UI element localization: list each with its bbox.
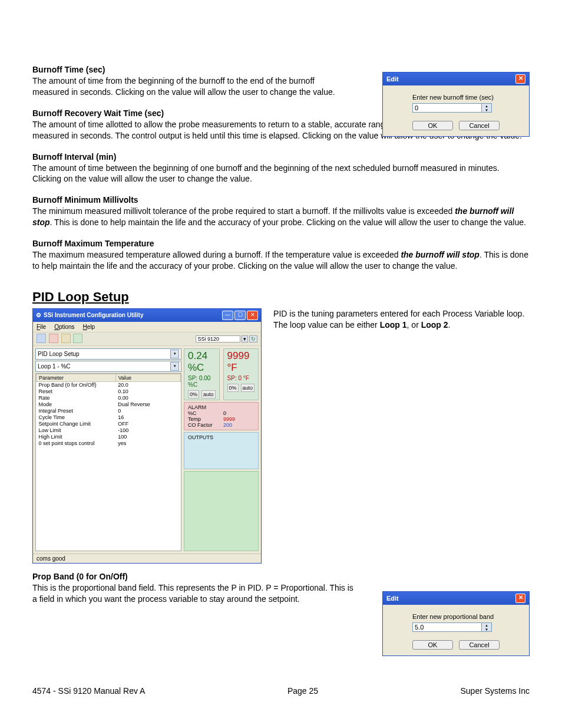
toolbar-icon[interactable]: [61, 334, 71, 343]
dialog-titlebar: Edit ✕: [383, 73, 529, 85]
edit-dialog-prop-band: Edit ✕ Enter new proportional band ▲▼ OK…: [382, 591, 530, 656]
heading-pid-loop-setup: PID Loop Setup: [32, 289, 530, 305]
minimize-icon[interactable]: —: [222, 311, 233, 320]
table-row[interactable]: Rate0.00: [37, 395, 181, 401]
alarm-panel: ALARM %C0 Temp9999 CO Factor200: [184, 402, 259, 430]
pv-temp-setpoint: SP: 0 °F: [227, 375, 255, 381]
dialog-body: Enter new proportional band ▲▼ OK Cancel: [383, 605, 529, 655]
dialog-title: Edit: [386, 595, 399, 602]
refresh-icon[interactable]: ↻: [249, 335, 257, 342]
table-row[interactable]: Low Limit-100: [37, 427, 181, 434]
app-icon: ⚙: [36, 312, 41, 318]
chevron-down-icon[interactable]: ▼: [482, 627, 491, 631]
spinner[interactable]: ▲▼: [482, 622, 492, 632]
footer-center: Page 25: [287, 686, 318, 696]
heading-prop-band: Prop Band (0 for On/Off): [32, 572, 356, 581]
close-icon[interactable]: ✕: [247, 311, 258, 320]
ok-button[interactable]: OK: [412, 640, 453, 650]
chevron-down-icon[interactable]: ▾: [170, 350, 179, 358]
text-burnoff-time: The amount of time from the beginning of…: [32, 75, 351, 98]
toolbar-icon[interactable]: [37, 334, 46, 343]
outputs-panel: OUTPUTS: [184, 432, 259, 469]
dialog-body: Enter new burnoff time (sec) ▲▼ OK Cance…: [383, 85, 529, 136]
table-row[interactable]: ModeDual Reverse: [37, 401, 181, 408]
menu-help[interactable]: Help: [83, 324, 95, 330]
events-panel: [184, 471, 259, 551]
spinner[interactable]: ▲▼: [482, 103, 492, 113]
chevron-down-icon[interactable]: ▾: [242, 335, 248, 342]
pv-mode[interactable]: auto: [241, 384, 255, 392]
status-bar: coms good: [33, 554, 261, 563]
text-burnoff-min-mv: The minimum measured millivolt tolerance…: [32, 206, 530, 228]
menu-options[interactable]: Options: [54, 324, 74, 330]
heading-burnoff-max-temp: Burnoff Maximum Temperature: [32, 239, 530, 248]
table-row[interactable]: High Limit100: [37, 434, 181, 440]
window-title: SSi Instrument Configuration Utility: [44, 312, 143, 318]
pv-output-percent[interactable]: 0%: [227, 384, 239, 392]
window-titlebar: ⚙ SSi Instrument Configuration Utility —…: [33, 309, 261, 322]
close-icon[interactable]: ✕: [515, 594, 525, 603]
dialog-title: Edit: [386, 75, 399, 83]
menubar: File Options Help: [33, 322, 261, 332]
pv-mode[interactable]: auto: [201, 390, 216, 398]
pv-carbon-setpoint: SP: 0.00 %C: [188, 375, 216, 388]
table-row[interactable]: Integral Preset0: [37, 408, 181, 414]
heading-burnoff-min-mv: Burnoff Minimum Millivolts: [32, 195, 530, 205]
dialog-label: Enter new proportional band: [412, 613, 500, 620]
dialog-titlebar: Edit ✕: [383, 592, 529, 605]
table-row[interactable]: Cycle Time16: [37, 414, 181, 421]
pid-description: PID is the tuning parameters entered for…: [273, 308, 530, 331]
chevron-down-icon[interactable]: ▾: [170, 362, 179, 371]
menu-file[interactable]: File: [37, 324, 46, 330]
prop-band-input[interactable]: [412, 622, 482, 632]
model-select[interactable]: SSi 9120: [196, 335, 241, 342]
ok-button[interactable]: OK: [412, 121, 453, 130]
cancel-button[interactable]: Cancel: [459, 121, 500, 130]
col-parameter: Parameter: [37, 374, 116, 381]
text-burnoff-interval: The amount of time between the beginning…: [32, 163, 530, 185]
table-row[interactable]: Setpoint Change LimitOFF: [37, 421, 181, 427]
alarm-heading: ALARM: [188, 404, 254, 410]
pv-carbon-panel: 0.24 %C SP: 0.00 %C 0% auto: [184, 348, 220, 400]
table-row[interactable]: Prop Band (0 for On/Off)20.0: [37, 381, 181, 388]
pv-temp-value: 9999 °F: [227, 350, 255, 374]
toolbar: SSi 9120 ▾ ↻: [33, 332, 261, 346]
edit-dialog-burnoff-time: Edit ✕ Enter new burnoff time (sec) ▲▼ O…: [382, 72, 530, 137]
maximize-icon[interactable]: ☐: [234, 311, 246, 320]
chevron-down-icon[interactable]: ▼: [482, 108, 491, 112]
pv-output-percent[interactable]: 0%: [188, 390, 199, 398]
table-row[interactable]: 0 set point stops controlyes: [37, 440, 181, 447]
loop-select[interactable]: Loop 1 - %C ▾: [35, 361, 181, 372]
pv-carbon-value: 0.24 %C: [188, 350, 216, 374]
footer-left: 4574 - SSi 9120 Manual Rev A: [32, 686, 145, 696]
dialog-label: Enter new burnoff time (sec): [412, 94, 500, 101]
close-icon[interactable]: ✕: [515, 74, 525, 84]
chevron-up-icon[interactable]: ▲: [482, 623, 491, 627]
col-value: Value: [115, 374, 180, 381]
toolbar-icon[interactable]: [73, 334, 82, 343]
table-row[interactable]: Reset0.10: [37, 388, 181, 395]
document-page: Edit ✕ Enter new burnoff time (sec) ▲▼ O…: [0, 0, 562, 728]
burnoff-time-input[interactable]: [412, 103, 482, 113]
page-footer: 4574 - SSi 9120 Manual Rev A Page 25 Sup…: [32, 686, 530, 696]
footer-right: Super Systems Inc: [460, 686, 530, 696]
toolbar-icon[interactable]: [49, 334, 58, 343]
outputs-heading: OUTPUTS: [188, 434, 254, 440]
text-prop-band: This is the proportional band field. Thi…: [32, 582, 356, 605]
heading-burnoff-interval: Burnoff Interval (min): [32, 152, 530, 162]
config-utility-window: ⚙ SSi Instrument Configuration Utility —…: [32, 308, 262, 564]
pv-temp-panel: 9999 °F SP: 0 °F 0% auto: [223, 348, 259, 400]
setup-select[interactable]: PID Loop Setup ▾: [35, 348, 181, 360]
chevron-up-icon[interactable]: ▲: [482, 104, 491, 108]
text-burnoff-max-temp: The maximum measured temperature allowed…: [32, 249, 530, 272]
parameter-table: Parameter Value Prop Band (0 for On/Off)…: [35, 373, 181, 551]
cancel-button[interactable]: Cancel: [459, 640, 500, 650]
